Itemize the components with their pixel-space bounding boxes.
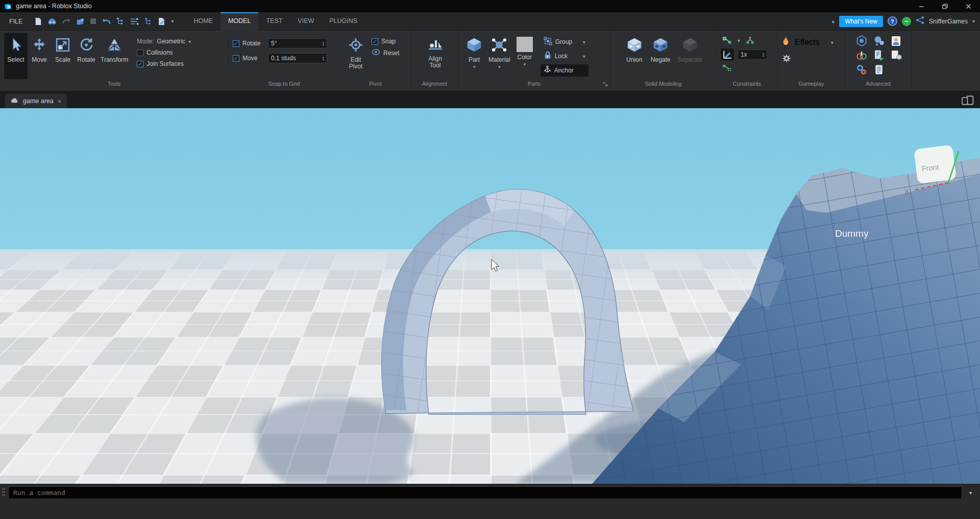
file-menu-button[interactable]: FILE	[0, 12, 31, 31]
collision-groups-icon[interactable]	[855, 64, 868, 75]
device-emulation-icon[interactable]	[961, 95, 974, 105]
help-icon[interactable]: ?	[888, 16, 897, 26]
weld-constraint-icon[interactable]	[721, 63, 733, 73]
lock-button[interactable]: Lock ▾	[541, 50, 589, 62]
scale-tool-button[interactable]: Scale	[51, 33, 75, 65]
properties-list-icon[interactable]	[130, 18, 139, 25]
drag-handle-icon[interactable]	[2, 488, 5, 498]
command-input[interactable]	[8, 486, 962, 499]
edit-document-icon[interactable]	[158, 17, 165, 26]
pivot-snap-row: ✓ Snap	[372, 38, 399, 45]
transform-tool-button[interactable]: Transform	[98, 33, 131, 65]
group-button[interactable]: Group ▾	[541, 36, 589, 48]
align-tool-button[interactable]: AlignTool	[424, 33, 447, 70]
status-busy-icon[interactable]: −	[902, 17, 911, 26]
redo-icon[interactable]	[62, 18, 70, 24]
color-button[interactable]: Color ▾	[513, 33, 536, 67]
minimize-button[interactable]	[910, 0, 933, 12]
edit-pivot-button[interactable]: EditPivot	[344, 33, 368, 71]
spinner-icon[interactable]: ▴▾	[763, 52, 764, 58]
color-caret-icon[interactable]: ▾	[523, 63, 526, 66]
window-controls	[910, 0, 980, 12]
show-welds-icon[interactable]	[872, 35, 886, 46]
3d-viewport[interactable]: Dummy Front X	[0, 108, 980, 484]
show-constraint-details-icon[interactable]	[721, 48, 734, 61]
tab-view[interactable]: VIEW	[290, 12, 322, 31]
parts-dialog-launcher-icon[interactable]	[603, 80, 608, 89]
rotate-icon	[79, 37, 94, 55]
constraint-caret-icon[interactable]: ▾	[738, 38, 740, 43]
mode-dropdown[interactable]: Mode: Geometric ▾	[137, 38, 191, 45]
insert-service-icon[interactable]	[855, 35, 868, 46]
spinner-icon[interactable]: ▴▾	[323, 56, 324, 61]
effects-flame-icon	[782, 36, 790, 48]
command-bar: ▾	[0, 484, 980, 501]
snap-move-checkbox[interactable]: ✓	[233, 55, 239, 62]
close-window-button[interactable]	[957, 0, 980, 12]
constraint-scale-input[interactable]: 1x ▴▾	[738, 50, 767, 60]
spinner-icon[interactable]: ▴▾	[323, 41, 324, 46]
restore-button[interactable]	[933, 0, 957, 12]
group-caret-icon[interactable]: ▾	[583, 39, 585, 45]
insert-model-icon[interactable]	[76, 17, 84, 26]
snap-move-input[interactable]: 0.1 studs ▴▾	[268, 53, 327, 63]
tab-game-area[interactable]: game area ×	[5, 94, 67, 108]
pivot-reset-button[interactable]: Reset	[372, 48, 399, 57]
snap-rotate-checkbox[interactable]: ✓	[233, 40, 239, 47]
script-icon[interactable]	[872, 64, 886, 75]
material-button[interactable]: Material ▾	[486, 33, 513, 70]
snap-move-label: Move	[242, 55, 265, 62]
rotate-tool-button[interactable]: Rotate	[75, 33, 98, 65]
tab-plugins[interactable]: PLUGINS	[322, 12, 365, 31]
new-file-icon[interactable]	[35, 17, 42, 26]
terrain-model[interactable]: Dummy	[592, 158, 980, 484]
undo-icon[interactable]	[102, 18, 111, 25]
part-caret-icon[interactable]: ▾	[473, 65, 476, 68]
roblox-studio-window: game area - Roblox Studio FILE ▾ HOME MO…	[0, 0, 980, 519]
union-icon	[626, 37, 643, 55]
lock-caret-icon[interactable]: ▾	[583, 54, 585, 59]
tab-home[interactable]: HOME	[186, 12, 220, 31]
pivot-snap-checkbox[interactable]: ✓	[372, 38, 378, 45]
negate-icon	[652, 37, 669, 55]
part-button[interactable]: Part ▾	[462, 33, 486, 70]
join-surfaces-checkbox[interactable]: ✓	[137, 61, 143, 67]
title-bar: game area - Roblox Studio	[0, 0, 980, 12]
spawn-icon[interactable]	[782, 54, 791, 65]
qat-overflow-icon[interactable]: ▾	[171, 18, 174, 24]
lock-icon	[544, 51, 552, 61]
hierarchy-icon[interactable]	[144, 17, 152, 25]
whats-new-button[interactable]: What's New	[839, 16, 883, 27]
audio-discovery-icon[interactable]	[855, 50, 868, 61]
section-label-tools: Tools	[0, 79, 228, 91]
move-tool-button[interactable]: Move	[28, 33, 51, 65]
share-icon[interactable]	[916, 16, 924, 27]
avatar-setup-icon[interactable]	[890, 35, 903, 46]
effects-button[interactable]: Effects ▾	[782, 36, 834, 48]
explorer-tree-icon[interactable]	[116, 17, 125, 25]
effects-caret-icon: ▾	[831, 40, 834, 45]
tab-model[interactable]: MODEL	[220, 12, 258, 31]
create-constraint-icon[interactable]	[721, 35, 734, 46]
snap-rotate-input[interactable]: 5° ▴▾	[268, 38, 327, 48]
run-script-icon[interactable]	[872, 50, 886, 61]
select-tool-button[interactable]: Select	[4, 33, 28, 79]
union-button[interactable]: Union	[623, 33, 646, 65]
tab-test[interactable]: TEST	[258, 12, 290, 31]
collisions-checkbox[interactable]	[137, 50, 143, 56]
close-tab-icon[interactable]: ×	[58, 97, 62, 105]
account-caret-icon[interactable]: ▾	[972, 18, 975, 24]
section-label-parts: Parts	[458, 79, 610, 91]
negate-button[interactable]: Negate	[648, 33, 673, 65]
constraint-details-icon[interactable]	[744, 35, 756, 46]
collapse-ribbon-icon[interactable]: ▴	[832, 18, 835, 24]
arch-model[interactable]	[381, 189, 633, 414]
transform-icon	[106, 37, 123, 55]
ribbon-section-snap: ✓ Rotate 5° ▴▾ ✓ Move 0.1 studs ▴▾	[229, 31, 340, 91]
insert-object-icon[interactable]	[890, 50, 903, 61]
anchor-button[interactable]: Anchor	[541, 64, 589, 77]
material-caret-icon[interactable]: ▾	[498, 65, 501, 68]
account-name[interactable]: SnifferGames	[929, 18, 968, 25]
command-history-caret-icon[interactable]: ▾	[965, 488, 976, 498]
open-file-icon[interactable]	[47, 18, 57, 25]
